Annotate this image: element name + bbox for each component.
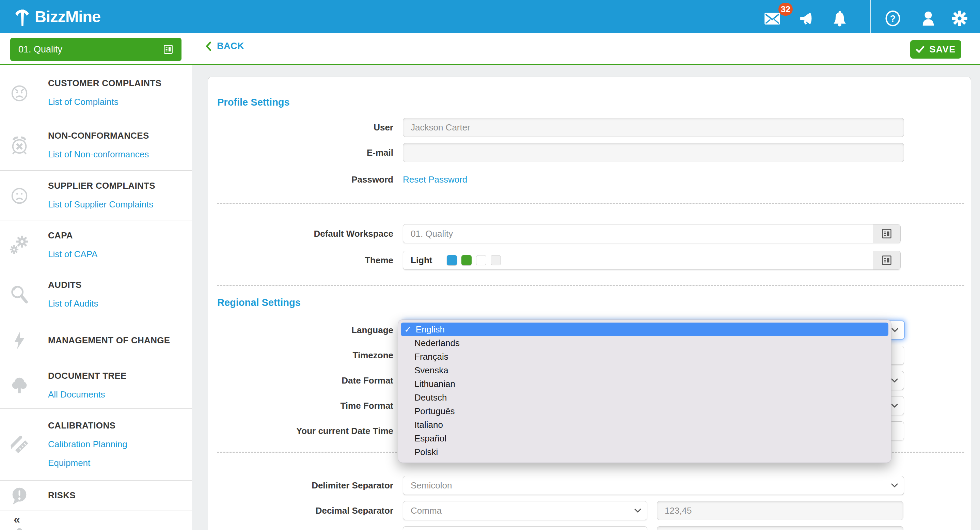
language-option-label: English xyxy=(416,324,445,335)
sidebar-link-list-of-capa[interactable]: List of CAPA xyxy=(48,249,192,259)
theme-label: Theme xyxy=(217,255,393,266)
regional-settings-heading: Regional Settings xyxy=(217,297,422,308)
chevron-down-icon xyxy=(891,378,898,383)
back-button[interactable]: BACK xyxy=(205,41,244,51)
theme-swatch-green[interactable] xyxy=(461,255,472,265)
decimal-separator-label: Decimal Separator xyxy=(217,506,393,516)
sidebar-link-calibration-planning[interactable]: Calibration Planning xyxy=(48,439,192,450)
language-option-fran-ais[interactable]: Français xyxy=(398,350,891,363)
decimal-separator-value: Comma xyxy=(410,506,442,516)
svg-text:?: ? xyxy=(890,13,896,24)
user-value: Jackson Carter xyxy=(410,122,470,133)
default-workspace-label: Default Workspace xyxy=(217,229,393,239)
language-option-deutsch[interactable]: Deutsch xyxy=(398,391,891,404)
app-logo[interactable]: BizzMine xyxy=(12,0,100,33)
chevron-down-icon xyxy=(891,403,898,408)
theme-swatch-white[interactable] xyxy=(476,255,486,265)
section-separator xyxy=(217,285,964,286)
sidebar-link-list-of-supplier-complaints[interactable]: List of Supplier Complaints xyxy=(48,199,192,210)
sidebar-section-title: AUDITS xyxy=(48,280,192,290)
workspace-picker-button[interactable] xyxy=(873,224,900,243)
sidebar-icon-column xyxy=(0,220,39,270)
sidebar-link-equipment[interactable]: Equipment xyxy=(48,458,192,468)
ruler-pencil-icon xyxy=(9,434,30,455)
bell-icon[interactable] xyxy=(831,10,849,27)
chat-exclamation-icon xyxy=(9,485,30,506)
sidebar: 01. Quality CUSTOMER COMPLAINTSList of C… xyxy=(0,33,192,530)
language-option-espa-ol[interactable]: Español xyxy=(398,431,891,445)
default-workspace-field[interactable]: 01. Quality xyxy=(403,224,900,243)
language-option-label: Polski xyxy=(414,447,438,457)
language-option-label: Português xyxy=(414,406,455,417)
tree-icon xyxy=(9,375,30,396)
sidebar-section-title: RISKS xyxy=(48,490,192,501)
sidebar-section-title: SUPPLIER COMPLAINTS xyxy=(48,180,192,191)
language-option-nederlands[interactable]: Nederlands xyxy=(398,336,891,350)
decimal-separator-select[interactable]: Comma xyxy=(403,501,648,520)
mail-badge: 32 xyxy=(778,3,793,16)
decimal-example-input: 123,45 xyxy=(657,501,904,520)
sidebar-icon-column xyxy=(0,170,39,220)
gears-icon xyxy=(9,234,30,255)
email-label: E-mail xyxy=(217,148,393,158)
sidebar-link-list-of-non-conformances[interactable]: List of Non-conformances xyxy=(48,149,192,160)
top-bar: BizzMine 32 ? xyxy=(0,0,980,33)
topbar-divider xyxy=(870,0,871,33)
sidebar-icon-column xyxy=(0,319,39,362)
sidebar-icon-column xyxy=(0,362,39,408)
sidebar-section-risks: RISKS xyxy=(0,480,192,511)
sidebar-section-management-of-change: MANAGEMENT OF CHANGE xyxy=(0,319,192,362)
theme-picker-button[interactable] xyxy=(873,251,900,269)
theme-field[interactable]: Light xyxy=(403,251,900,270)
thousand-separator-select[interactable]: Point xyxy=(403,526,648,530)
thousand-example-input: 1.000.000 xyxy=(657,526,904,530)
sidebar-section-customer-complaints: CUSTOMER COMPLAINTSList of Complaints xyxy=(0,65,192,120)
theme-swatch-gray[interactable] xyxy=(491,255,501,265)
sidebar-link-all-documents[interactable]: All Documents xyxy=(48,389,192,400)
help-icon[interactable]: ? xyxy=(884,10,902,27)
sidebar-icon-column xyxy=(0,480,39,511)
sidebar-link-list-of-audits[interactable]: List of Audits xyxy=(48,298,192,309)
user-label: User xyxy=(217,122,393,133)
sidebar-section-title: CAPA xyxy=(48,230,192,241)
mail-icon[interactable] xyxy=(764,10,781,27)
sidebar-section-title: MANAGEMENT OF CHANGE xyxy=(48,335,192,346)
time-format-label: Time Format xyxy=(217,401,393,411)
sidebar-section-title: DOCUMENT TREE xyxy=(48,371,192,381)
sidebar-icon-column xyxy=(0,120,39,170)
magnifier-icon xyxy=(9,284,30,305)
language-option-english[interactable]: ✓English xyxy=(401,323,888,336)
sidebar-section-supplier-complaints: SUPPLIER COMPLAINTSList of Supplier Comp… xyxy=(0,170,192,220)
gear-icon[interactable] xyxy=(951,10,969,27)
user-icon[interactable] xyxy=(920,10,937,27)
language-option-portugu-s[interactable]: Português xyxy=(398,404,891,418)
angry-face-icon xyxy=(9,82,30,103)
reset-password-link[interactable]: Reset Password xyxy=(403,174,467,185)
workspace-selector-button[interactable]: 01. Quality xyxy=(10,38,181,61)
language-option-italiano[interactable]: Italiano xyxy=(398,418,891,431)
lightning-icon xyxy=(9,330,30,351)
language-option-svenska[interactable]: Svenska xyxy=(398,363,891,377)
language-option-lithuanian[interactable]: Lithuanian xyxy=(398,377,891,391)
delimiter-separator-select[interactable]: Semicolon xyxy=(403,476,904,495)
default-workspace-value: 01. Quality xyxy=(410,229,453,239)
brand-name: BizzMine xyxy=(35,7,100,26)
sidebar-section-audits: AUDITSList of Audits xyxy=(0,270,192,319)
theme-swatch-blue[interactable] xyxy=(447,255,457,265)
megaphone-icon[interactable] xyxy=(797,10,815,27)
content-header: BACK SAVE xyxy=(192,33,980,64)
user-input[interactable]: Jackson Carter xyxy=(403,118,904,137)
language-option-label: Español xyxy=(414,433,446,444)
sidebar-collapse-button[interactable]: « xyxy=(14,513,20,525)
language-option-polski[interactable]: Polski xyxy=(398,445,891,459)
selected-check-icon: ✓ xyxy=(404,324,412,335)
chevron-down-icon xyxy=(891,483,898,488)
sidebar-link-list-of-complaints[interactable]: List of Complaints xyxy=(48,97,192,107)
email-input[interactable] xyxy=(403,143,904,162)
chevron-down-icon xyxy=(634,508,641,513)
sidebar-section-non-conformances: NON-CONFORMANCESList of Non-conformances xyxy=(0,120,192,171)
timezone-label: Timezone xyxy=(217,350,393,361)
save-button[interactable]: SAVE xyxy=(910,40,961,59)
language-option-label: Italiano xyxy=(414,420,443,430)
sidebar-icon-column: « xyxy=(0,511,39,530)
